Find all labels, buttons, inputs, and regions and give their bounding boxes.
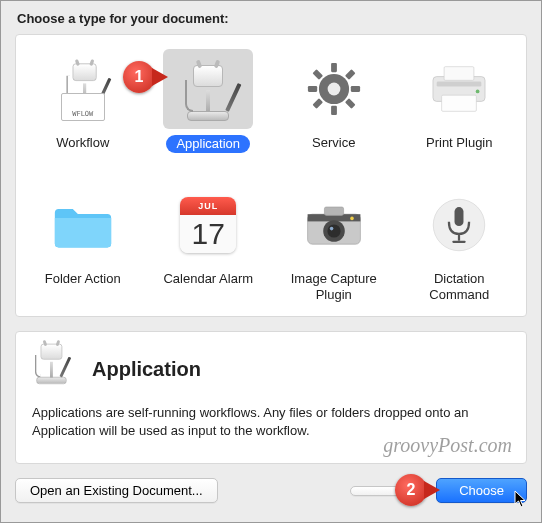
svg-rect-25 bbox=[453, 241, 466, 243]
type-item-service[interactable]: Service bbox=[271, 45, 397, 163]
printer-icon bbox=[414, 49, 504, 129]
description-title: Application bbox=[92, 358, 201, 381]
type-item-label: Print Plugin bbox=[426, 135, 492, 151]
svg-rect-1 bbox=[331, 63, 337, 72]
svg-rect-4 bbox=[351, 86, 360, 92]
prompt-label: Choose a type for your document: bbox=[17, 11, 527, 26]
microphone-icon bbox=[414, 185, 504, 265]
choose-button[interactable]: Choose bbox=[436, 478, 527, 503]
camera-icon bbox=[289, 185, 379, 265]
type-item-label: Service bbox=[312, 135, 355, 151]
folder-icon bbox=[38, 185, 128, 265]
application-icon bbox=[32, 346, 80, 394]
type-item-label: Workflow bbox=[56, 135, 109, 151]
svg-point-21 bbox=[350, 217, 354, 221]
type-item-print-plugin[interactable]: Print Plugin bbox=[397, 45, 523, 163]
svg-rect-12 bbox=[442, 95, 477, 111]
svg-rect-17 bbox=[324, 207, 343, 215]
workflow-icon: WFLOW bbox=[38, 49, 128, 129]
svg-rect-2 bbox=[331, 106, 337, 115]
footer-buttons: Open an Existing Document... Choose 2 bbox=[15, 478, 527, 503]
svg-rect-5 bbox=[312, 69, 323, 80]
type-item-workflow[interactable]: WFLOW Workflow bbox=[20, 45, 146, 163]
calendar-icon: JUL 17 bbox=[163, 185, 253, 265]
open-existing-button[interactable]: Open an Existing Document... bbox=[15, 478, 218, 503]
description-text: Applications are self-running workflows.… bbox=[32, 404, 510, 442]
type-grid-panel: WFLOW Workflow Application bbox=[15, 34, 527, 317]
type-item-image-capture-plugin[interactable]: Image Capture Plugin bbox=[271, 181, 397, 308]
svg-point-14 bbox=[476, 90, 480, 94]
svg-rect-7 bbox=[312, 98, 323, 109]
svg-point-9 bbox=[327, 83, 340, 96]
type-item-folder-action[interactable]: Folder Action bbox=[20, 181, 146, 308]
application-icon bbox=[163, 49, 253, 129]
svg-rect-6 bbox=[345, 69, 356, 80]
svg-rect-23 bbox=[455, 207, 464, 226]
type-item-label: Dictation Command bbox=[404, 271, 514, 304]
type-item-calendar-alarm[interactable]: JUL 17 Calendar Alarm bbox=[146, 181, 272, 308]
svg-rect-24 bbox=[458, 234, 460, 241]
type-item-label: Application bbox=[166, 135, 250, 153]
type-item-label: Image Capture Plugin bbox=[279, 271, 389, 304]
type-item-dictation-command[interactable]: Dictation Command bbox=[397, 181, 523, 308]
close-button[interactable] bbox=[350, 486, 422, 496]
svg-point-19 bbox=[327, 224, 340, 237]
type-item-label: Folder Action bbox=[45, 271, 121, 287]
svg-rect-11 bbox=[444, 67, 474, 81]
gear-icon bbox=[289, 49, 379, 129]
type-item-application[interactable]: Application bbox=[146, 45, 272, 163]
svg-rect-8 bbox=[345, 98, 356, 109]
type-item-label: Calendar Alarm bbox=[163, 271, 253, 287]
type-grid: WFLOW Workflow Application bbox=[20, 45, 522, 308]
svg-point-20 bbox=[330, 227, 334, 231]
svg-rect-13 bbox=[437, 82, 482, 87]
description-panel: Application Applications are self-runnin… bbox=[15, 331, 527, 465]
svg-rect-3 bbox=[308, 86, 317, 92]
